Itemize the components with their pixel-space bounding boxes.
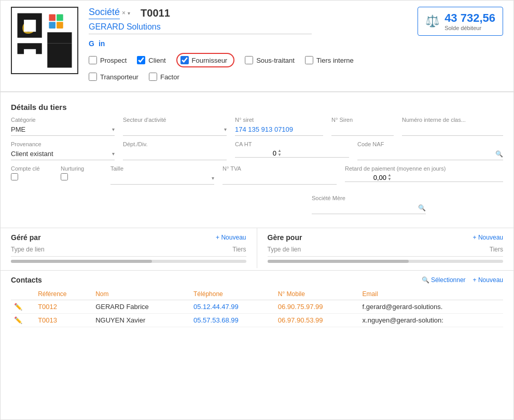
sous-traitant-checkbox[interactable] [245,56,253,64]
contact-tel[interactable]: 05.12.44.47.99 [190,300,275,314]
provenance-field: Provenance Client existant ▾ [11,141,115,160]
col-header-ref: Référence [35,288,92,300]
gere-pour-title: Gère pour [268,233,302,242]
edit-icon[interactable]: ✏️ [11,314,35,327]
n-siret-label: N° siret [235,117,323,123]
categorie-dropdown-icon[interactable]: ▾ [112,127,115,132]
num-interne-value[interactable] [402,124,503,136]
balance-amount: 43 732,56 [444,11,495,25]
svg-rect-8 [57,15,63,21]
retard-field: Retard de paiement (moyenne en jours) ▲ … [345,165,503,185]
record-id: T0011 [141,7,170,19]
ca-ht-input[interactable]: ▲ ▼ [235,149,349,158]
nurturing-checkbox[interactable] [61,173,68,180]
ca-ht-down-icon[interactable]: ▼ [277,153,282,157]
balance-scale-icon: ⚖️ [425,15,439,28]
code-naf-input[interactable]: 🔍 [357,149,503,160]
clear-button[interactable]: × [122,9,126,17]
gere-pour-new-button[interactable]: + Nouveau [473,234,503,241]
sous-traitant-checkbox-item[interactable]: Sous-traitant [245,56,295,64]
tiers-interne-label: Tiers interne [316,57,354,64]
contact-tel[interactable]: 05.57.53.68.99 [190,314,275,327]
tiers-interne-checkbox[interactable] [305,56,313,64]
linkedin-link[interactable]: in [99,39,105,48]
factor-checkbox-item[interactable]: Factor [149,73,179,81]
ca-ht-value[interactable] [235,149,276,157]
contact-ref[interactable]: T0013 [35,314,92,327]
societe-mere-field: Société Mère 🔍 [312,195,503,214]
categorie-value: PME [11,125,25,133]
svg-rect-6 [24,49,36,61]
transporteur-checkbox[interactable] [89,73,97,81]
code-naf-value[interactable] [357,150,495,158]
compte-cle-checkbox[interactable] [11,173,18,180]
svg-rect-9 [49,22,55,29]
client-checkbox[interactable] [137,56,145,64]
contacts-select-button[interactable]: 🔍 Sélectionner [422,276,466,284]
svg-rect-5 [24,20,36,32]
factor-checkbox[interactable] [149,73,157,81]
gere-par-box: Géré par + Nouveau Type de lien Tiers [1,228,257,268]
societe-field[interactable]: Société × ▾ [89,7,130,19]
secteur-dropdown-icon[interactable]: ▾ [224,127,227,132]
ca-ht-label: CA HT [235,141,349,147]
contacts-new-button[interactable]: + Nouveau [473,276,503,284]
dropdown-arrow-icon[interactable]: ▾ [128,10,130,16]
societe-mere-label: Société Mère [312,195,503,201]
gere-par-col2: Tiers [232,246,246,253]
taille-select[interactable]: ▾ [110,173,214,185]
categorie-label: Catégorie [11,117,115,123]
provenance-dropdown-icon[interactable]: ▾ [112,151,115,157]
n-siret-value[interactable]: 174 135 913 07109 [235,124,323,136]
provenance-select[interactable]: Client existant ▾ [11,149,115,160]
dept-value[interactable] [123,149,227,160]
categorie-field: Catégorie PME ▾ [11,117,115,136]
n-tva-value[interactable] [223,173,337,185]
n-siren-value[interactable] [331,124,394,136]
gere-par-cols: Type de lien Tiers [11,246,246,257]
contact-ref[interactable]: T0012 [35,300,92,314]
company-name: GERARD Solutions [89,22,312,34]
societe-label: Société [89,7,120,19]
societe-mere-value[interactable] [312,204,418,212]
ca-ht-field: CA HT ▲ ▼ [235,141,349,160]
provenance-value: Client existant [11,150,53,158]
retard-input[interactable]: ▲ ▼ [345,173,503,182]
gere-par-new-button[interactable]: + Nouveau [216,234,246,241]
n-tva-field: N° TVA [223,165,337,185]
col-header-nom: Nom [92,288,190,300]
edit-icon[interactable]: ✏️ [11,300,35,314]
prospect-checkbox[interactable] [89,56,97,64]
fournisseur-label: Fournisseur [192,57,228,64]
retard-value[interactable] [345,174,386,181]
taille-dropdown-icon[interactable]: ▾ [212,175,214,181]
google-link[interactable]: G [89,39,94,48]
contact-mobile[interactable]: 06.90.75.97.99 [275,300,359,314]
details-section-title: Détails du tiers [1,97,513,117]
relations-section: Géré par + Nouveau Type de lien Tiers Gè… [1,228,513,268]
client-checkbox-item[interactable]: Client [137,56,165,64]
societe-mere-search-icon[interactable]: 🔍 [418,204,426,212]
societe-mere-field [11,200,115,214]
gere-pour-col1: Type de lien [268,246,301,253]
balance-label: Solde débiteur [444,25,495,31]
prospect-checkbox-item[interactable]: Prospect [89,56,127,64]
table-row: ✏️ T0013 NGUYEN Xavier 05.57.53.68.99 06… [11,314,503,327]
dept-label: Dépt./Div. [123,141,227,147]
table-row: ✏️ T0012 GERARD Fabrice 05.12.44.47.99 0… [11,300,503,314]
transporteur-checkbox-item[interactable]: Transporteur [89,73,138,81]
taille-label: Taille [110,165,214,172]
n-tva-label: N° TVA [223,165,337,172]
second-checkboxes-row: Transporteur Factor [89,71,503,86]
balance-box: ⚖️ 43 732,56 Solde débiteur [418,7,503,36]
tiers-interne-checkbox-item[interactable]: Tiers interne [305,56,354,64]
details-section: Catégorie PME ▾ Secteur d'activité ▾ N° … [1,117,513,222]
retard-down-icon[interactable]: ▼ [387,177,392,181]
code-naf-search-icon[interactable]: 🔍 [495,150,503,158]
gere-pour-box: Gère pour + Nouveau Type de lien Tiers [257,228,514,268]
contact-mobile[interactable]: 06.97.90.53.99 [275,314,359,327]
categorie-select[interactable]: PME ▾ [11,124,115,136]
societe-mere-input[interactable]: 🔍 [312,203,426,214]
secteur-select[interactable]: ▾ [123,124,227,136]
fournisseur-checkbox[interactable] [180,56,189,64]
